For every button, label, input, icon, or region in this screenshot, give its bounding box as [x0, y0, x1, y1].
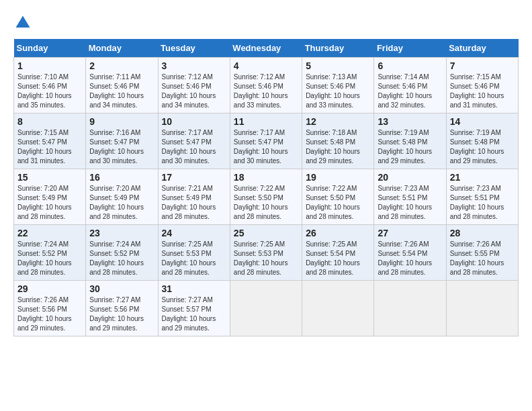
calendar-cell: 13Sunrise: 7:19 AM Sunset: 5:48 PM Dayli…	[374, 113, 446, 169]
day-number: 29	[17, 283, 82, 294]
header-sunday: Sunday	[14, 39, 86, 58]
day-info: Sunrise: 7:16 AM Sunset: 5:47 PM Dayligh…	[89, 128, 154, 166]
calendar-cell: 3Sunrise: 7:12 AM Sunset: 5:46 PM Daylig…	[158, 58, 230, 113]
day-info: Sunrise: 7:20 AM Sunset: 5:49 PM Dayligh…	[89, 184, 154, 222]
calendar-header-row: SundayMondayTuesdayWednesdayThursdayFrid…	[14, 39, 519, 58]
day-number: 8	[17, 116, 82, 127]
day-number: 1	[17, 60, 82, 71]
day-number: 17	[162, 172, 226, 183]
calendar-cell: 31Sunrise: 7:27 AM Sunset: 5:57 PM Dayli…	[158, 281, 230, 336]
calendar-cell: 12Sunrise: 7:18 AM Sunset: 5:48 PM Dayli…	[302, 113, 374, 169]
calendar-cell: 10Sunrise: 7:17 AM Sunset: 5:47 PM Dayli…	[158, 113, 230, 169]
day-number: 26	[306, 228, 370, 238]
logo-icon	[13, 13, 32, 32]
day-number: 2	[89, 60, 154, 71]
header-thursday: Thursday	[302, 39, 374, 58]
calendar-cell: 4Sunrise: 7:12 AM Sunset: 5:46 PM Daylig…	[230, 58, 302, 113]
day-info: Sunrise: 7:23 AM Sunset: 5:51 PM Dayligh…	[378, 184, 442, 222]
calendar-cell: 16Sunrise: 7:20 AM Sunset: 5:49 PM Dayli…	[86, 169, 158, 225]
calendar-week-1: 1Sunrise: 7:10 AM Sunset: 5:46 PM Daylig…	[14, 58, 519, 113]
day-info: Sunrise: 7:12 AM Sunset: 5:46 PM Dayligh…	[234, 73, 298, 110]
calendar-cell: 20Sunrise: 7:23 AM Sunset: 5:51 PM Dayli…	[374, 169, 446, 225]
calendar-cell: 22Sunrise: 7:24 AM Sunset: 5:52 PM Dayli…	[14, 225, 86, 281]
header-friday: Friday	[374, 39, 446, 58]
day-number: 4	[234, 60, 298, 71]
day-info: Sunrise: 7:26 AM Sunset: 5:54 PM Dayligh…	[378, 240, 442, 277]
calendar-cell: 7Sunrise: 7:15 AM Sunset: 5:46 PM Daylig…	[446, 58, 518, 113]
day-info: Sunrise: 7:26 AM Sunset: 5:56 PM Dayligh…	[17, 295, 82, 333]
calendar-cell: 26Sunrise: 7:25 AM Sunset: 5:54 PM Dayli…	[302, 225, 374, 281]
logo	[13, 13, 35, 32]
calendar-week-4: 22Sunrise: 7:24 AM Sunset: 5:52 PM Dayli…	[14, 225, 519, 281]
day-info: Sunrise: 7:27 AM Sunset: 5:56 PM Dayligh…	[89, 295, 154, 333]
calendar-cell: 23Sunrise: 7:24 AM Sunset: 5:52 PM Dayli…	[86, 225, 158, 281]
calendar-table: SundayMondayTuesdayWednesdayThursdayFrid…	[13, 39, 519, 336]
day-info: Sunrise: 7:25 AM Sunset: 5:53 PM Dayligh…	[162, 240, 226, 277]
day-info: Sunrise: 7:26 AM Sunset: 5:55 PM Dayligh…	[450, 240, 515, 277]
day-number: 7	[450, 60, 515, 71]
day-number: 14	[450, 116, 515, 127]
day-number: 31	[162, 283, 226, 294]
calendar-cell: 14Sunrise: 7:19 AM Sunset: 5:48 PM Dayli…	[446, 113, 518, 169]
day-info: Sunrise: 7:22 AM Sunset: 5:50 PM Dayligh…	[306, 184, 370, 222]
day-info: Sunrise: 7:24 AM Sunset: 5:52 PM Dayligh…	[89, 240, 154, 277]
day-info: Sunrise: 7:10 AM Sunset: 5:46 PM Dayligh…	[17, 73, 82, 110]
calendar-cell: 18Sunrise: 7:22 AM Sunset: 5:50 PM Dayli…	[230, 169, 302, 225]
calendar-cell: 24Sunrise: 7:25 AM Sunset: 5:53 PM Dayli…	[158, 225, 230, 281]
calendar-cell	[302, 281, 374, 336]
day-info: Sunrise: 7:24 AM Sunset: 5:52 PM Dayligh…	[17, 240, 82, 277]
day-number: 24	[162, 228, 226, 238]
day-number: 18	[234, 172, 298, 183]
day-number: 19	[306, 172, 370, 183]
day-info: Sunrise: 7:25 AM Sunset: 5:54 PM Dayligh…	[306, 240, 370, 277]
day-number: 13	[378, 116, 442, 127]
svg-marker-0	[16, 16, 30, 28]
header-saturday: Saturday	[446, 39, 518, 58]
calendar-cell: 2Sunrise: 7:11 AM Sunset: 5:46 PM Daylig…	[86, 58, 158, 113]
day-info: Sunrise: 7:12 AM Sunset: 5:46 PM Dayligh…	[162, 73, 226, 110]
calendar-cell: 11Sunrise: 7:17 AM Sunset: 5:47 PM Dayli…	[230, 113, 302, 169]
day-number: 6	[378, 60, 442, 71]
day-number: 15	[17, 172, 82, 183]
calendar-week-2: 8Sunrise: 7:15 AM Sunset: 5:47 PM Daylig…	[14, 113, 519, 169]
day-info: Sunrise: 7:13 AM Sunset: 5:46 PM Dayligh…	[306, 73, 370, 110]
calendar-cell: 30Sunrise: 7:27 AM Sunset: 5:56 PM Dayli…	[86, 281, 158, 336]
day-number: 20	[378, 172, 442, 183]
day-number: 5	[306, 60, 370, 71]
day-number: 21	[450, 172, 515, 183]
day-info: Sunrise: 7:22 AM Sunset: 5:50 PM Dayligh…	[234, 184, 298, 222]
day-info: Sunrise: 7:23 AM Sunset: 5:51 PM Dayligh…	[450, 184, 515, 222]
day-number: 11	[234, 116, 298, 127]
day-info: Sunrise: 7:18 AM Sunset: 5:48 PM Dayligh…	[306, 128, 370, 166]
day-info: Sunrise: 7:15 AM Sunset: 5:46 PM Dayligh…	[450, 73, 515, 110]
header-monday: Monday	[86, 39, 158, 58]
calendar-cell: 27Sunrise: 7:26 AM Sunset: 5:54 PM Dayli…	[374, 225, 446, 281]
day-info: Sunrise: 7:20 AM Sunset: 5:49 PM Dayligh…	[17, 184, 82, 222]
calendar-cell: 15Sunrise: 7:20 AM Sunset: 5:49 PM Dayli…	[14, 169, 86, 225]
calendar-cell: 6Sunrise: 7:14 AM Sunset: 5:46 PM Daylig…	[374, 58, 446, 113]
day-number: 25	[234, 228, 298, 238]
day-number: 28	[450, 228, 515, 238]
day-info: Sunrise: 7:14 AM Sunset: 5:46 PM Dayligh…	[378, 73, 442, 110]
day-info: Sunrise: 7:27 AM Sunset: 5:57 PM Dayligh…	[162, 295, 226, 333]
calendar-cell: 25Sunrise: 7:25 AM Sunset: 5:53 PM Dayli…	[230, 225, 302, 281]
day-info: Sunrise: 7:11 AM Sunset: 5:46 PM Dayligh…	[89, 73, 154, 110]
header-wednesday: Wednesday	[230, 39, 302, 58]
day-number: 30	[89, 283, 154, 294]
day-number: 27	[378, 228, 442, 238]
calendar-cell: 8Sunrise: 7:15 AM Sunset: 5:47 PM Daylig…	[14, 113, 86, 169]
header-tuesday: Tuesday	[158, 39, 230, 58]
day-number: 9	[89, 116, 154, 127]
day-number: 22	[17, 228, 82, 238]
calendar-cell	[230, 281, 302, 336]
day-info: Sunrise: 7:19 AM Sunset: 5:48 PM Dayligh…	[450, 128, 515, 166]
day-number: 10	[162, 116, 226, 127]
calendar-week-5: 29Sunrise: 7:26 AM Sunset: 5:56 PM Dayli…	[14, 281, 519, 336]
day-info: Sunrise: 7:19 AM Sunset: 5:48 PM Dayligh…	[378, 128, 442, 166]
page-header	[13, 13, 519, 32]
calendar-cell: 29Sunrise: 7:26 AM Sunset: 5:56 PM Dayli…	[14, 281, 86, 336]
day-info: Sunrise: 7:15 AM Sunset: 5:47 PM Dayligh…	[17, 128, 82, 166]
day-info: Sunrise: 7:17 AM Sunset: 5:47 PM Dayligh…	[162, 128, 226, 166]
day-info: Sunrise: 7:25 AM Sunset: 5:53 PM Dayligh…	[234, 240, 298, 277]
calendar-cell: 1Sunrise: 7:10 AM Sunset: 5:46 PM Daylig…	[14, 58, 86, 113]
